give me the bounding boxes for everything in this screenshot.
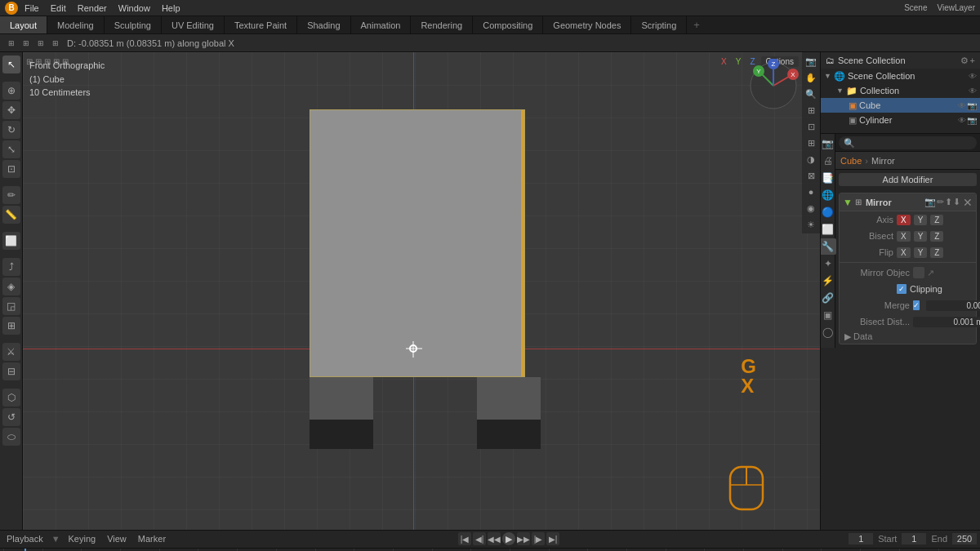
- merge-value-input[interactable]: [926, 300, 980, 311]
- vp-tool-rotate[interactable]: ⊞: [804, 103, 818, 118]
- vp-tool-material[interactable]: ◉: [804, 201, 818, 216]
- tl-play-back-btn[interactable]: ◀◀: [488, 532, 501, 545]
- tool-add-cube[interactable]: ⬜: [2, 232, 20, 250]
- data-section[interactable]: ▶ Data: [840, 330, 976, 344]
- timeline-cursor[interactable]: [24, 549, 26, 551]
- mirror-object-arrow-icon[interactable]: ↗: [927, 268, 934, 278]
- vp-tool-pan[interactable]: ✋: [804, 70, 818, 85]
- tool-transform[interactable]: ⊡: [2, 160, 20, 178]
- tl-start-frame[interactable]: [902, 533, 926, 544]
- tool-loop-cut[interactable]: ⊞: [2, 317, 20, 335]
- mod-icon-2[interactable]: ✏: [937, 197, 944, 207]
- cube-render-icon[interactable]: 📷: [967, 101, 977, 110]
- scene-item-scene-collection[interactable]: ▼ 🌐 Scene Collection 👁: [821, 69, 980, 83]
- navigation-gizmo[interactable]: X Y Z: [746, 59, 800, 114]
- collection-eye-icon[interactable]: 👁: [969, 87, 977, 96]
- scene-item-collection[interactable]: ▼ 📁 Collection 👁: [821, 83, 980, 98]
- header-icon-3[interactable]: ⊞: [34, 37, 47, 50]
- vp-tool-overlay[interactable]: ⊞: [804, 136, 818, 150]
- tool-extrude[interactable]: ⤴: [2, 258, 20, 276]
- tl-current-frame[interactable]: [849, 533, 873, 544]
- ctx-object-data-icon[interactable]: ▣: [821, 307, 836, 323]
- cube-eye-icon[interactable]: 👁: [958, 101, 966, 110]
- menu-help[interactable]: Help: [157, 2, 185, 15]
- modifier-close-button[interactable]: ✕: [963, 196, 973, 209]
- tab-compositing[interactable]: Compositing: [473, 16, 543, 33]
- menu-window[interactable]: Window: [114, 2, 155, 15]
- tl-play-fwd-btn[interactable]: ▶▶: [517, 532, 530, 545]
- flip-y-button[interactable]: Y: [914, 247, 928, 258]
- tab-texture-paint[interactable]: Texture Paint: [225, 16, 297, 33]
- tool-bevel[interactable]: ◲: [2, 297, 20, 315]
- tl-menu-playback[interactable]: Playback: [3, 533, 47, 544]
- tool-measure[interactable]: 📏: [2, 206, 20, 224]
- add-workspace-button[interactable]: +: [687, 16, 706, 33]
- mirror-object-picker[interactable]: [913, 267, 924, 278]
- merge-checkbox[interactable]: ✓: [913, 300, 920, 310]
- viewport-3d[interactable]: ⊞ ⊞ ⊞ ⊞ ⊞ X Y Z Options Front Orthograph…: [23, 52, 820, 530]
- add-collection-icon[interactable]: +: [970, 56, 975, 66]
- ctx-world-icon[interactable]: 🔵: [821, 204, 836, 220]
- bisect-x-button[interactable]: X: [897, 231, 911, 242]
- flip-x-button[interactable]: X: [897, 247, 911, 258]
- filter-icon[interactable]: ⚙: [960, 56, 969, 66]
- tool-inset[interactable]: ◈: [2, 278, 20, 295]
- tl-step-back-btn[interactable]: ◀|: [473, 532, 486, 545]
- timeline-ruler[interactable]: 1020304050607080901001101201301401501601…: [0, 549, 980, 551]
- scene-item-cylinder[interactable]: ▣ Cylinder 👁 📷: [821, 113, 980, 127]
- ctx-particles-icon[interactable]: ✦: [821, 256, 836, 272]
- props-search-input[interactable]: [839, 136, 977, 149]
- tool-rotate[interactable]: ↻: [2, 121, 20, 139]
- vp-tool-rendered[interactable]: ☀: [804, 217, 818, 232]
- ctx-output-icon[interactable]: 🖨: [821, 153, 836, 169]
- bisect-y-button[interactable]: Y: [914, 231, 928, 242]
- props-path-modifier[interactable]: Mirror: [871, 156, 895, 166]
- ctx-material-icon[interactable]: ◯: [821, 324, 836, 340]
- ctx-object-icon[interactable]: ⬜: [821, 221, 836, 238]
- axis-z-button[interactable]: Z: [930, 215, 943, 225]
- tl-menu-view[interactable]: View: [104, 533, 130, 544]
- tool-cursor[interactable]: ⊕: [2, 82, 20, 100]
- tl-step-fwd-btn[interactable]: |▶: [532, 532, 545, 545]
- add-modifier-button[interactable]: Add Modifier: [839, 173, 977, 186]
- header-icon-4[interactable]: ⊞: [49, 37, 62, 50]
- axis-x-button[interactable]: X: [897, 215, 911, 225]
- menu-edit[interactable]: Edit: [46, 2, 71, 15]
- tab-layout[interactable]: Layout: [0, 16, 47, 33]
- ctx-render-icon[interactable]: 📷: [821, 136, 836, 152]
- tab-geometry-nodes[interactable]: Geometry Nodes: [543, 16, 631, 33]
- header-icon-2[interactable]: ⊞: [20, 37, 33, 50]
- menu-file[interactable]: File: [20, 2, 44, 15]
- bisect-z-button[interactable]: Z: [930, 231, 943, 242]
- cylinder-eye-icon[interactable]: 👁: [958, 116, 966, 125]
- tool-shear[interactable]: ⬡: [2, 389, 20, 407]
- bisect-dist-input[interactable]: [913, 317, 980, 327]
- clipping-checkbox[interactable]: ✓: [897, 284, 906, 294]
- tool-knife[interactable]: ⚔: [2, 343, 20, 361]
- tl-jump-start-btn[interactable]: |◀: [458, 532, 471, 545]
- eye-icon[interactable]: 👁: [969, 72, 977, 81]
- mod-icon-1[interactable]: 📷: [924, 197, 936, 207]
- cylinder-render-icon[interactable]: 📷: [967, 116, 977, 125]
- axis-y-button[interactable]: Y: [914, 215, 928, 225]
- tab-sculpting[interactable]: Sculpting: [105, 16, 162, 33]
- tool-smooth[interactable]: ⬭: [2, 428, 20, 446]
- tl-menu-marker[interactable]: Marker: [135, 533, 169, 544]
- tl-play-btn[interactable]: ▶: [502, 532, 515, 545]
- ctx-constraints-icon[interactable]: 🔗: [821, 290, 836, 306]
- ctx-view-layer-icon[interactable]: 📑: [821, 170, 836, 186]
- header-icon-1[interactable]: ⊞: [5, 37, 18, 50]
- mod-icon-4[interactable]: ⬇: [953, 197, 960, 207]
- vp-tool-solid[interactable]: ●: [804, 184, 818, 199]
- flip-z-button[interactable]: Z: [930, 247, 943, 258]
- tool-select[interactable]: ↖: [2, 56, 20, 73]
- tab-rendering[interactable]: Rendering: [411, 16, 473, 33]
- ctx-physics-icon[interactable]: ⚡: [821, 273, 836, 289]
- vp-tool-local[interactable]: ⊡: [804, 119, 818, 134]
- tl-jump-end-btn[interactable]: ▶|: [546, 532, 559, 545]
- tl-end-frame[interactable]: [952, 533, 977, 544]
- tool-annotate[interactable]: ✏: [2, 186, 20, 204]
- tab-shading[interactable]: Shading: [297, 16, 350, 33]
- ctx-modifier-icon[interactable]: 🔧: [821, 238, 836, 255]
- menu-render[interactable]: Render: [73, 2, 112, 15]
